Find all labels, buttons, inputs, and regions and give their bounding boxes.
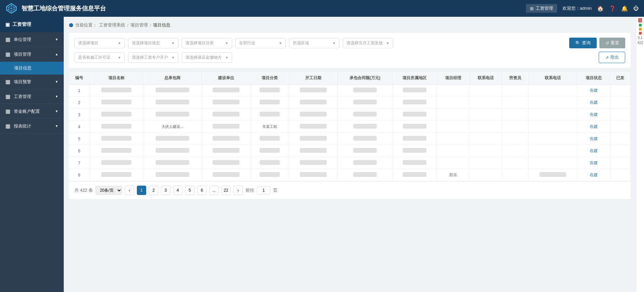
col-pm-phone: 联系电话	[470, 72, 502, 85]
breadcrumb-sep1: /	[127, 23, 128, 28]
table-cell	[143, 97, 202, 109]
page-btn-1[interactable]: 1	[137, 186, 146, 195]
table-header-row: 编号 项目名称 总承包商 建设单位 项目分类 开工日期 承包合同额(万元) 项目…	[69, 72, 631, 85]
data-table: 编号 项目名称 总承包商 建设单位 项目分类 开工日期 承包合同额(万元) 项目…	[69, 72, 631, 181]
table-cell	[437, 145, 469, 157]
table-cell	[90, 97, 143, 109]
wage-icon: ▦	[5, 93, 10, 100]
goto-input[interactable]	[257, 186, 270, 194]
module-selector[interactable]: ⊞ 工资管理	[526, 4, 557, 13]
export-label: 导出	[610, 54, 619, 60]
sidebar-item-fund[interactable]: ▦ 资金账户配置 ▼	[0, 104, 64, 119]
filter-status-label: 请选择项目状态	[132, 40, 160, 46]
page-btn-5[interactable]: 5	[185, 186, 195, 195]
page-size-select[interactable]: 20条/页 50条/页	[96, 186, 122, 195]
table-row: 5在建	[69, 133, 631, 145]
status-bar-yellow	[639, 28, 642, 31]
table-cell: 在建	[577, 85, 610, 97]
chevron-down-icon: ▼	[55, 38, 58, 41]
pagination: 共 422 条 20条/页 50条/页 ‹ 1 2 3 4 5 6 ... 22…	[69, 181, 631, 199]
sidebar-item-warning[interactable]: ▦ 项目预警 ▼	[0, 75, 64, 89]
page-prev-button[interactable]: ‹	[125, 186, 134, 195]
filter-industry[interactable]: 全部行业 ▼	[235, 38, 286, 48]
bell-icon[interactable]: 🔔	[621, 5, 628, 12]
help-icon[interactable]: ❓	[609, 5, 616, 12]
page-next-button[interactable]: ›	[233, 186, 243, 195]
filter-salary-chevron: ▼	[386, 41, 389, 45]
sidebar-item-wage-label: 工资管理	[14, 94, 31, 100]
page-btn-2[interactable]: 2	[149, 186, 158, 195]
reset-label: 重置	[610, 40, 619, 46]
page-btn-ellipsis[interactable]: ...	[209, 186, 219, 195]
notification-badge: 1	[638, 18, 642, 22]
sidebar-item-unit[interactable]: ▦ 单位管理 ▼	[0, 32, 64, 47]
filter-salary[interactable]: 请选择当月工资发放 ▼	[343, 38, 393, 48]
table-row: 6在建	[69, 145, 631, 157]
breadcrumb-dot	[69, 23, 73, 27]
query-button[interactable]: 🔍 查询	[569, 38, 597, 48]
table-cell	[202, 97, 250, 109]
page-unit: 页	[273, 187, 277, 193]
table-cell	[470, 169, 502, 181]
data-table-wrap: 编号 项目名称 总承包商 建设单位 项目分类 开工日期 承包合同额(万元) 项目…	[69, 72, 631, 199]
sidebar-item-project[interactable]: ▦ 项目管理 ▲	[0, 47, 64, 62]
page-btn-3[interactable]: 3	[161, 186, 170, 195]
col-labor-phone: 联系电话	[529, 72, 577, 85]
sidebar-item-report[interactable]: ▦ 报表统计 ▼	[0, 119, 64, 134]
breadcrumb-part2: 项目管理	[130, 22, 148, 28]
table-cell	[392, 97, 437, 109]
col-type: 项目分类	[250, 72, 289, 85]
table-cell	[437, 97, 469, 109]
table-cell: 郑乐	[437, 169, 469, 181]
sidebar-item-warning-label: 项目预警	[14, 79, 31, 85]
table-cell	[250, 157, 289, 169]
sidebar-sub-item-project-info[interactable]: 项目信息	[0, 62, 64, 75]
filter-project[interactable]: 请选择项目 ▼	[74, 38, 125, 48]
filter-account[interactable]: 请选择工资专户开户 ▼	[128, 52, 178, 63]
table-cell	[529, 97, 577, 109]
col-region: 项目所属地区	[392, 72, 437, 85]
table-cell	[90, 145, 143, 157]
table-cell	[143, 145, 202, 157]
table-cell	[392, 133, 437, 145]
sidebar-item-wage[interactable]: ▦ 工资管理 ▼	[0, 89, 64, 104]
page-btn-4[interactable]: 4	[173, 186, 182, 195]
filter-deposit[interactable]: 请选择保证金缴纳方 ▼	[182, 52, 232, 63]
table-row: 4大庆人建设...市某工程在建	[69, 121, 631, 133]
table-cell	[337, 133, 392, 145]
filter-type[interactable]: 请选择项目分类 ▼	[182, 38, 232, 48]
col-contractor: 总承包商	[143, 72, 202, 85]
table-cell	[470, 121, 502, 133]
filter-area-chevron: ▼	[332, 41, 336, 45]
filter-project-chevron: ▼	[118, 41, 121, 45]
export-button[interactable]: ↗ 导出	[599, 52, 625, 63]
table-cell	[392, 121, 437, 133]
filter-status[interactable]: 请选择项目状态 ▼	[128, 38, 178, 48]
page-btn-6[interactable]: 6	[197, 186, 207, 195]
table-cell: 在建	[577, 169, 610, 181]
table-cell	[337, 157, 392, 169]
table-cell	[610, 109, 630, 121]
table-cell	[250, 97, 289, 109]
home-icon[interactable]: 🏠	[597, 5, 604, 12]
table-cell	[392, 145, 437, 157]
table-cell	[610, 169, 630, 181]
filter-license-chevron: ▼	[118, 56, 121, 59]
filter-area[interactable]: 所选区域 ▼	[289, 38, 339, 48]
sidebar: ▣ 工资管理 ▦ 单位管理 ▼ ▦ 项目管理 ▲ 项目信息 ▦ 项目预警 ▼ ▦…	[0, 17, 64, 292]
logo-icon	[5, 2, 17, 14]
table-cell	[143, 133, 202, 145]
table-cell	[529, 85, 577, 97]
table-row: 1在建	[69, 85, 631, 97]
table-cell	[337, 169, 392, 181]
table-cell	[90, 85, 143, 97]
table-cell: 3	[69, 109, 90, 121]
filter-license[interactable]: 是否有施工许可证 ▼	[74, 52, 125, 63]
reset-button[interactable]: ↺ 重置	[599, 38, 625, 48]
table-cell	[529, 133, 577, 145]
table-cell	[250, 145, 289, 157]
page-btn-22[interactable]: 22	[221, 186, 231, 195]
power-icon[interactable]: ⏻	[633, 5, 639, 11]
table-cell	[337, 85, 392, 97]
table-cell	[250, 85, 289, 97]
